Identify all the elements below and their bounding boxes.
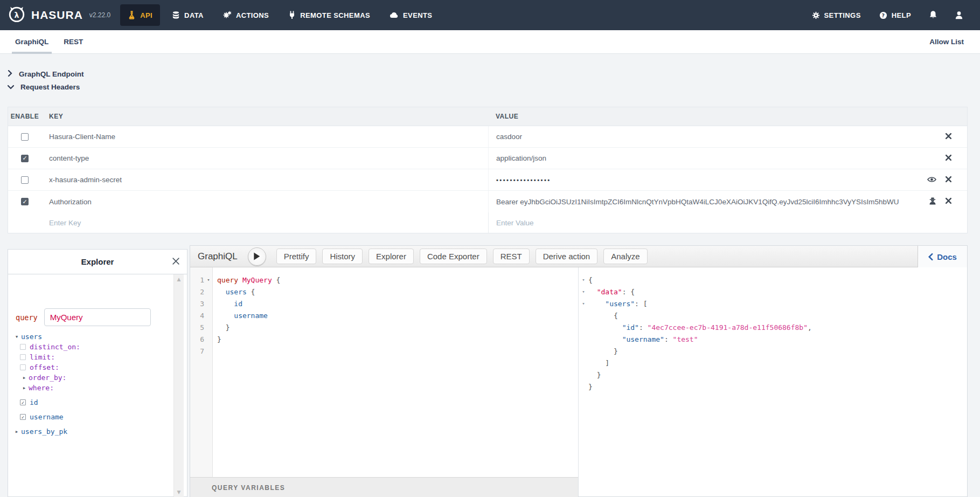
history-button[interactable]: History	[322, 248, 363, 264]
nav-item-remote-schemas[interactable]: REMOTE SCHEMAS	[281, 4, 378, 26]
response-line: ]	[579, 357, 967, 369]
tree-item-distinct_on[interactable]: distinct_on:	[8, 342, 172, 352]
field-checkbox[interactable]: ✓	[20, 399, 26, 405]
response-line: }	[579, 381, 967, 392]
nav-item-actions[interactable]: ACTIONS	[216, 4, 276, 26]
allow-list-link[interactable]: Allow List	[929, 38, 972, 46]
nav-item-data[interactable]: DATA	[164, 4, 211, 26]
fold-arrow-icon[interactable]: ▾	[204, 277, 213, 282]
tree-item-users_by_pk[interactable]: ▸users_by_pk	[8, 426, 172, 437]
editor-line: 6}	[190, 333, 578, 345]
response-line: ▾ "users": [	[579, 298, 967, 309]
code-exporter-button[interactable]: Code Exporter	[420, 248, 487, 264]
line-number: 4	[190, 312, 204, 320]
response-line: ▾ "data": {	[579, 286, 967, 298]
database-icon	[172, 11, 180, 19]
remove-header-button[interactable]	[945, 132, 952, 142]
brand[interactable]: λ HASURA v2.22.0	[0, 5, 120, 25]
enable-checkbox[interactable]	[21, 133, 29, 141]
new-header-key-input[interactable]: Enter Key	[41, 219, 488, 227]
field-checkbox[interactable]	[20, 364, 26, 370]
tree-item-where[interactable]: ▸where:	[8, 383, 172, 393]
tree-item-limit[interactable]: limit:	[8, 352, 172, 362]
nav-item-settings[interactable]: SETTINGS	[811, 5, 862, 26]
prettify-button[interactable]: Prettify	[276, 248, 317, 264]
triangle-right-icon: ▸	[20, 384, 29, 391]
remove-header-button[interactable]	[945, 154, 952, 163]
svg-text:?: ?	[881, 12, 885, 18]
scroll-down-icon[interactable]: ▼	[174, 489, 184, 495]
query-variables-bar[interactable]: QUERY VARIABLES	[190, 477, 578, 497]
triangle-right-icon: ▸	[20, 374, 29, 381]
line-number: 5	[190, 323, 204, 332]
close-icon	[945, 154, 952, 163]
derive-action-button[interactable]: Derive action	[536, 248, 598, 264]
plug-icon	[288, 11, 296, 19]
rest-button[interactable]: REST	[493, 248, 530, 264]
remove-header-button[interactable]	[945, 175, 952, 185]
play-icon	[253, 252, 260, 260]
hasura-console: λ HASURA v2.22.0 APIDATAACTIONSREMOTE SC…	[0, 0, 980, 497]
header-row: ✓AuthorizationBearer eyJhbGciOiJSUzI1NiI…	[8, 191, 967, 212]
jwt-inspector-icon	[929, 197, 936, 207]
tree-item-username[interactable]: ✓username	[8, 412, 172, 422]
line-number: 2	[190, 288, 204, 296]
tree-item-users[interactable]: ▾users	[8, 332, 172, 342]
nav-item-events[interactable]: EVENTS	[382, 5, 440, 26]
docs-tab[interactable]: Docs	[918, 246, 967, 267]
enable-checkbox[interactable]	[21, 176, 29, 184]
graphiql-title: GraphiQL	[198, 251, 238, 262]
main-nav: APIDATAACTIONSREMOTE SCHEMASEVENTS	[120, 0, 440, 30]
schema-tree: ▾usersdistinct_on:limit:offset:▸order_by…	[8, 332, 172, 437]
help-circle-icon: ?	[879, 11, 887, 19]
header-key-input[interactable]: x-hasura-admin-secret	[41, 176, 488, 184]
header-key-input[interactable]: content-type	[41, 154, 488, 162]
nav-item-help[interactable]: ?HELP	[878, 5, 912, 26]
field-checkbox[interactable]	[20, 344, 26, 350]
explorer-button[interactable]: Explorer	[369, 248, 414, 264]
fold-arrow-icon[interactable]: ▾	[579, 301, 588, 306]
header-value-input[interactable]: Bearer eyJhbGciOiJSUzI1NiIsImtpZCI6ImNlc…	[488, 191, 911, 212]
query-name-input[interactable]: MyQuery	[44, 308, 151, 326]
fold-arrow-icon[interactable]: ▾	[579, 277, 588, 282]
execute-query-button[interactable]	[248, 247, 266, 266]
decode-jwt-button[interactable]	[929, 197, 936, 207]
tree-item-id[interactable]: ✓id	[8, 397, 172, 408]
query-variables-label: QUERY VARIABLES	[212, 484, 285, 492]
header-value-input[interactable]: ••••••••••••••••	[488, 169, 911, 190]
new-header-value-input[interactable]: Enter Value	[488, 212, 911, 233]
notifications-bell-icon[interactable]	[928, 10, 938, 20]
tab-rest[interactable]: REST	[56, 30, 91, 54]
explorer-close-icon[interactable]	[172, 257, 180, 267]
fold-arrow-icon[interactable]: ▾	[579, 289, 588, 294]
editor-line: 1▾query MyQuery {	[190, 274, 578, 286]
header-value-input[interactable]: application/json	[488, 148, 911, 169]
tab-graphiql[interactable]: GraphiQL	[8, 30, 56, 54]
query-editor[interactable]: 1▾query MyQuery {2 users {3 id4 username…	[190, 267, 578, 477]
reveal-value-button[interactable]	[927, 175, 936, 185]
header-value-input[interactable]: casdoor	[488, 126, 911, 147]
user-avatar-icon[interactable]	[954, 10, 964, 20]
enable-checkbox[interactable]: ✓	[21, 155, 29, 162]
tree-item-order_by[interactable]: ▸order_by:	[8, 372, 172, 383]
remove-header-button[interactable]	[945, 197, 952, 206]
field-checkbox[interactable]	[20, 354, 26, 360]
version-label: v2.22.0	[89, 11, 110, 19]
close-icon	[945, 132, 952, 142]
analyze-button[interactable]: Analyze	[603, 248, 647, 264]
tree-item-offset[interactable]: offset:	[8, 362, 172, 372]
header-key-input[interactable]: Hasura-Client-Name	[41, 133, 488, 141]
header-key-input[interactable]: Authorization	[41, 198, 488, 206]
eye-icon	[927, 175, 936, 185]
explorer-scrollbar[interactable]: ▲ ▼	[173, 274, 184, 497]
table-header-row: ENABLE KEY VALUE	[8, 107, 967, 126]
response-line: "id": "4ec7ccee-ec7b-4191-a78d-e11f50686…	[579, 321, 967, 333]
enable-checkbox[interactable]: ✓	[21, 198, 29, 205]
nav-item-api[interactable]: API	[120, 4, 160, 26]
editor-line: 4 username	[190, 309, 578, 321]
scroll-up-icon[interactable]: ▲	[174, 277, 184, 282]
gear-icon	[812, 11, 820, 19]
request-headers-toggle[interactable]: Request Headers	[8, 81, 80, 93]
field-checkbox[interactable]: ✓	[20, 414, 26, 420]
graphql-endpoint-toggle[interactable]: GraphQL Endpoint	[8, 68, 84, 80]
